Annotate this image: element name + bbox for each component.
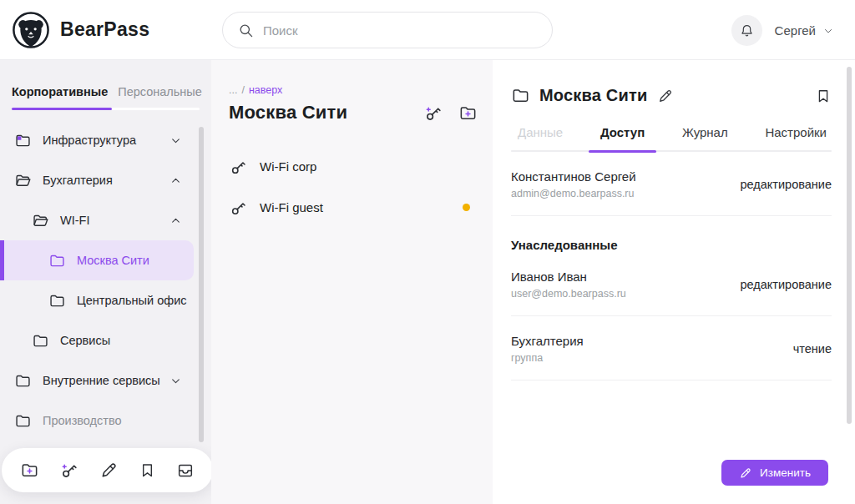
search-icon <box>238 23 254 38</box>
tree-item-services[interactable]: Сервисы <box>0 320 211 360</box>
panel-scrollbar[interactable] <box>847 67 852 424</box>
search-box[interactable] <box>222 12 553 48</box>
tree-item-moscow-city[interactable]: Москва Сити <box>0 240 194 280</box>
folder-title: Москва Сити <box>229 102 423 123</box>
breadcrumb: ... / наверх <box>229 84 493 96</box>
rename-pencil-button[interactable] <box>657 88 674 104</box>
add-key-button[interactable] <box>423 103 443 123</box>
tab-settings[interactable]: Настройки <box>765 125 827 139</box>
tree-item-label: Центральный офис <box>77 294 186 307</box>
sidebar-scrollbar[interactable] <box>199 127 204 442</box>
folder-open-icon <box>32 212 49 229</box>
folder-icon <box>32 332 49 350</box>
bookmark-button[interactable] <box>139 461 156 479</box>
tree-item-label: Бухгалтерия <box>43 174 113 187</box>
folder-icon <box>14 372 32 390</box>
tree-item-internal-services[interactable]: Внутренние сервисы <box>0 360 211 401</box>
tab-access[interactable]: Доступ <box>600 125 645 139</box>
access-permission: редактирование <box>741 178 832 191</box>
access-row: Константинов Сергей admin@demo.bearpass.… <box>511 152 832 216</box>
change-access-label: Изменить <box>760 466 811 479</box>
breadcrumb-up-link[interactable]: наверх <box>249 84 282 96</box>
edit-pencil-button[interactable] <box>99 461 119 480</box>
add-folder-button[interactable] <box>20 461 39 480</box>
folder-contents-panel: ... / наверх Москва Сити <box>211 60 493 504</box>
credential-label: Wi-Fi guest <box>260 200 323 214</box>
brand-name: BearPass <box>60 18 149 41</box>
credential-item-wifi-corp[interactable]: Wi-Fi corp <box>229 146 493 187</box>
access-row: Иванов Иван user@demo.bearpass.ru редакт… <box>511 252 832 316</box>
add-key-button[interactable] <box>59 461 78 480</box>
sidebar-toolbar <box>2 448 213 492</box>
add-folder-button[interactable] <box>458 103 478 123</box>
details-panel: Москва Сити Данные Доступ Журнал Настрой… <box>493 60 855 504</box>
access-permission: редактирование <box>741 278 832 291</box>
tab-journal[interactable]: Журнал <box>682 125 728 139</box>
change-access-button[interactable]: Изменить <box>721 460 828 486</box>
key-icon <box>229 199 247 217</box>
tree-item-accounting[interactable]: Бухгалтерия <box>0 160 211 200</box>
folder-icon <box>48 292 66 310</box>
breadcrumb-dots[interactable]: ... <box>229 84 237 96</box>
sidebar-tabs: Корпоративные Персональные <box>0 60 211 98</box>
access-user-name: Иванов Иван <box>511 270 626 284</box>
main-layout: Корпоративные Персональные Инфраструктур… <box>0 60 855 504</box>
chevron-down-icon[interactable] <box>170 135 181 146</box>
notifications-button[interactable] <box>731 15 762 46</box>
tree-item-production[interactable]: Производство <box>0 401 211 441</box>
tree-item-label: Сервисы <box>60 334 110 347</box>
folder-marked-icon <box>14 132 32 149</box>
tree-item-label: Инфраструктура <box>43 134 136 147</box>
credentials-list: Wi-Fi corp Wi-Fi guest <box>229 146 493 228</box>
folder-icon <box>48 252 66 270</box>
details-tabs: Данные Доступ Журнал Настройки <box>511 125 832 150</box>
details-title: Москва Сити <box>539 86 648 105</box>
access-group-name: Бухгалтерия <box>511 334 584 348</box>
credential-label: Wi-Fi corp <box>260 159 316 174</box>
access-user-name: Константинов Сергей <box>511 169 636 184</box>
pencil-icon <box>739 466 752 480</box>
access-user-email: user@demo.bearpass.ru <box>511 288 626 300</box>
tab-corporate[interactable]: Корпоративные <box>12 85 108 98</box>
chevron-down-icon[interactable] <box>170 375 181 386</box>
tree-item-wifi[interactable]: WI-FI <box>0 200 211 240</box>
tree-item-label: Внутренние сервисы <box>43 374 160 387</box>
sidebar-tabs-underline <box>12 108 200 110</box>
folder-tree: Инфраструктура Бухгалтерия <box>0 120 211 441</box>
chevron-down-icon <box>823 26 833 36</box>
user-area: Сергей <box>731 15 833 46</box>
user-name: Сергей <box>775 23 816 38</box>
key-icon <box>229 158 247 176</box>
chevron-up-icon[interactable] <box>170 175 181 186</box>
breadcrumb-separator: / <box>241 84 244 96</box>
tab-data[interactable]: Данные <box>518 125 563 139</box>
tree-item-label: Производство <box>43 414 122 427</box>
bear-logo-icon <box>12 11 50 49</box>
inherited-heading: Унаследованные <box>511 238 832 252</box>
bell-icon <box>739 23 755 38</box>
credential-item-wifi-guest[interactable]: Wi-Fi guest <box>229 187 493 228</box>
access-group-type: группа <box>511 352 584 364</box>
folder-icon <box>14 412 32 430</box>
access-permission: чтение <box>793 342 832 355</box>
logo[interactable]: BearPass <box>12 11 149 49</box>
tree-item-label: WI-FI <box>60 214 89 227</box>
folder-actions <box>423 103 478 123</box>
search-input[interactable] <box>263 23 537 38</box>
tab-personal[interactable]: Персональные <box>118 85 202 98</box>
top-header: BearPass Сергей <box>0 0 855 60</box>
tree-item-label: Москва Сити <box>77 254 149 267</box>
tree-item-infrastructure[interactable]: Инфраструктура <box>0 120 211 160</box>
user-menu[interactable]: Сергей <box>775 23 833 38</box>
access-row: Бухгалтерия группа чтение <box>511 316 832 381</box>
sidebar: Корпоративные Персональные Инфраструктур… <box>0 60 211 504</box>
bookmark-button[interactable] <box>815 88 832 104</box>
folder-open-icon <box>14 172 32 189</box>
tree-item-central-office[interactable]: Центральный офис <box>0 280 211 320</box>
chevron-up-icon[interactable] <box>170 215 181 226</box>
status-dot <box>463 204 470 211</box>
inbox-button[interactable] <box>176 461 195 480</box>
folder-icon <box>511 86 530 105</box>
access-user-email: admin@demo.bearpass.ru <box>511 188 636 199</box>
